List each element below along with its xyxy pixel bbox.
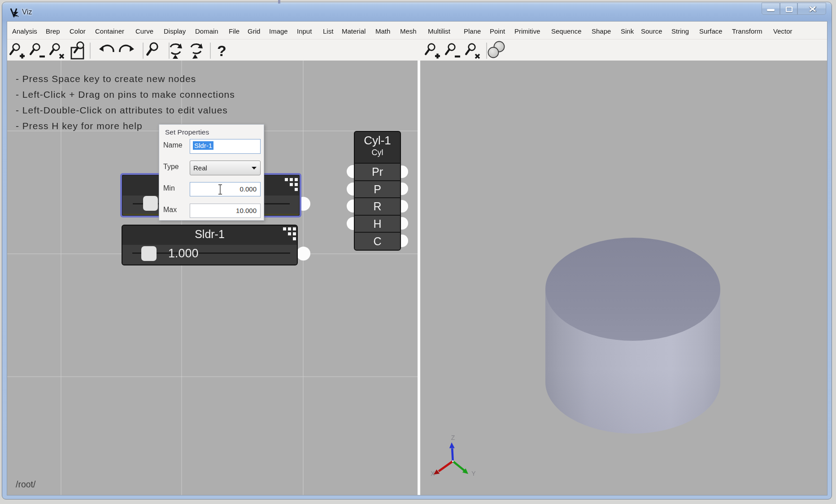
svg-text:Y: Y bbox=[471, 470, 476, 477]
svg-text:Z: Z bbox=[451, 434, 455, 441]
svg-text:?: ? bbox=[217, 42, 226, 59]
svg-text:X: X bbox=[431, 470, 435, 477]
